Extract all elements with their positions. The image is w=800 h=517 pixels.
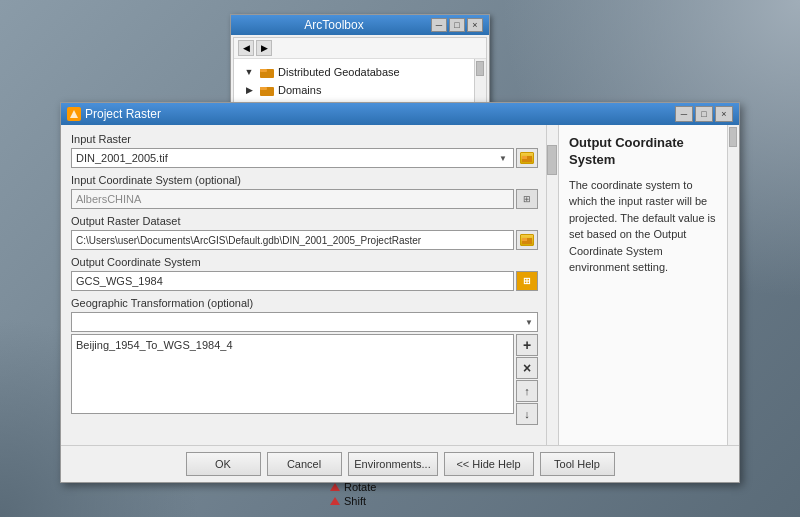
arctoolbox-maximize-btn[interactable]: □ [449,18,465,32]
svg-rect-10 [522,156,527,159]
arctoolbox-title: ArcToolbox [237,18,431,32]
dialog-title-text: Project Raster [85,107,161,121]
dialog-titlebar: Project Raster ─ □ × [61,103,739,125]
arctoolbox-titlebar: ArcToolbox ─ □ × [231,15,489,35]
input-raster-browse-btn[interactable] [516,148,538,168]
svg-rect-12 [522,238,527,241]
dialog-body: Input Raster DIN_2001_2005.tif ▼ Input [61,125,739,445]
right-scroll-thumb [729,127,737,147]
arctoolbox-close-btn[interactable]: × [467,18,483,32]
transform-down-btn[interactable]: ↓ [516,403,538,425]
project-raster-dialog: Project Raster ─ □ × Input Raster DIN_20… [60,102,740,483]
output-raster-row [71,230,538,250]
transform-area: Beijing_1954_To_WGS_1984_4 + × ↑ ↓ [71,334,538,426]
output-raster-label: Output Raster Dataset [71,215,538,227]
browse-folder-icon-2 [520,234,534,246]
coord-icon-1: ⊞ [523,194,531,204]
input-coord-field[interactable] [71,189,514,209]
arctoolbox-controls: ─ □ × [431,18,483,32]
input-coord-browse-btn[interactable]: ⊞ [516,189,538,209]
help-title: Output Coordinate System [569,135,719,169]
left-scrollbar[interactable] [546,125,558,445]
arctoolbox-toolbar: ◀ ▶ [234,38,486,59]
coord-icon-2: ⊞ [523,276,531,286]
rotate-icon [330,483,340,491]
help-body: The coordinate system to which the input… [569,177,719,276]
left-scroll-thumb [547,145,557,175]
dialog-controls: ─ □ × [675,106,733,122]
transform-remove-btn[interactable]: × [516,357,538,379]
tree-label-2: Domains [278,84,321,96]
output-coord-field[interactable] [71,271,514,291]
cancel-button[interactable]: Cancel [267,452,342,476]
hide-help-button[interactable]: << Hide Help [444,452,534,476]
dialog-tool-icon [67,107,81,121]
svg-marker-8 [70,110,78,118]
dialog-close-btn[interactable]: × [715,106,733,122]
tree-item-distributed-geodatabase[interactable]: ▼ Distributed Geodatabase [234,63,486,81]
toolbar-btn-1[interactable]: ◀ [238,40,254,56]
environments-button[interactable]: Environments... [348,452,438,476]
expand-icon-2: ▶ [242,83,256,97]
transform-list-item-1: Beijing_1954_To_WGS_1984_4 [76,338,509,352]
tool-help-button[interactable]: Tool Help [540,452,615,476]
output-raster-browse-btn[interactable] [516,230,538,250]
arctoolbox-minimize-btn[interactable]: ─ [431,18,447,32]
transform-up-btn[interactable]: ↑ [516,380,538,402]
toolbar-btn-2[interactable]: ▶ [256,40,272,56]
expand-icon-1: ▼ [242,65,256,79]
folder-icon-2 [260,83,274,97]
tree-scroll-thumb [476,61,484,76]
output-coord-browse-btn[interactable]: ⊞ [516,271,538,291]
output-raster-field[interactable] [71,230,514,250]
right-scrollbar[interactable] [727,125,739,445]
browse-folder-icon-1 [520,152,534,164]
dialog-right-panel: Output Coordinate System The coordinate … [559,125,739,445]
dialog-maximize-btn[interactable]: □ [695,106,713,122]
input-raster-row: DIN_2001_2005.tif ▼ [71,148,538,168]
shift-icon [330,497,340,505]
output-coord-label: Output Coordinate System [71,256,538,268]
shift-tool[interactable]: Shift [330,495,384,507]
input-raster-label: Input Raster [71,133,538,145]
svg-rect-3 [260,87,267,90]
input-raster-field: DIN_2001_2005.tif ▼ [71,148,514,168]
dialog-left-panel: Input Raster DIN_2001_2005.tif ▼ Input [61,125,559,445]
shift-label: Shift [344,495,366,507]
dialog-footer: OK Cancel Environments... << Hide Help T… [61,445,739,482]
dropdown-arrow-icon: ▼ [525,318,533,327]
input-raster-dropdown-arrow: ▼ [499,154,507,163]
tree-item-domains[interactable]: ▶ Domains [234,81,486,99]
output-coord-row: ⊞ [71,271,538,291]
input-coord-row: ⊞ [71,189,538,209]
input-coord-label: Input Coordinate System (optional) [71,174,538,186]
ok-button[interactable]: OK [186,452,261,476]
geo-transform-row: ▼ [71,312,538,332]
geo-transform-dropdown[interactable]: ▼ [71,312,538,332]
transform-buttons: + × ↑ ↓ [516,334,538,426]
tree-label-1: Distributed Geodatabase [278,66,400,78]
dialog-title-left: Project Raster [67,107,161,121]
svg-rect-1 [260,69,267,72]
folder-icon-1 [260,65,274,79]
transform-add-btn[interactable]: + [516,334,538,356]
transform-list[interactable]: Beijing_1954_To_WGS_1984_4 [71,334,514,414]
geo-transform-label: Geographic Transformation (optional) [71,297,538,309]
dialog-minimize-btn[interactable]: ─ [675,106,693,122]
